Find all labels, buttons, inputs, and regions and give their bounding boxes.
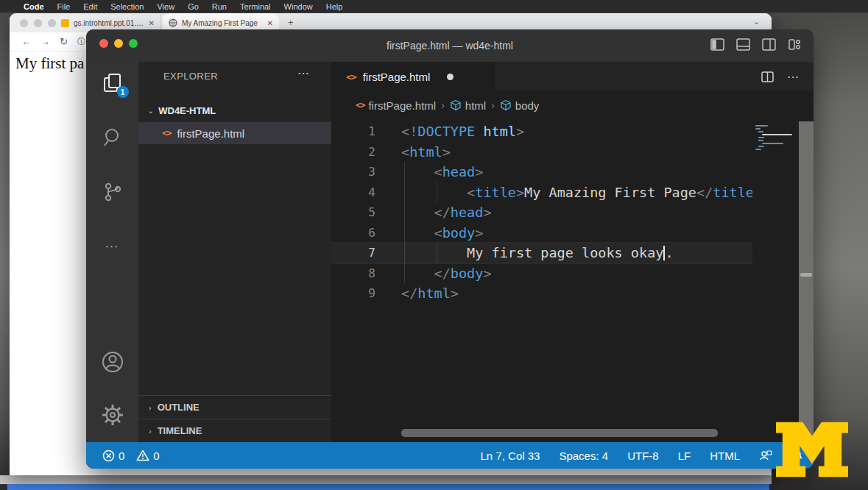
info-icon[interactable]: ⓘ — [77, 36, 85, 47]
outline-section[interactable]: › OUTLINE — [138, 395, 331, 419]
minimap-line — [755, 149, 761, 150]
toggle-primary-sidebar-icon[interactable] — [710, 38, 724, 51]
browser-traffic-lights[interactable] — [20, 19, 56, 27]
outline-label: OUTLINE — [158, 402, 200, 413]
html-file-icon: <> — [356, 100, 364, 110]
forward-icon[interactable]: → — [40, 36, 50, 47]
menu-item-code[interactable]: Code — [24, 2, 44, 11]
line-number: 1 — [331, 121, 375, 142]
menu-item-edit[interactable]: Edit — [83, 2, 97, 11]
menu-item-go[interactable]: Go — [188, 2, 199, 11]
explorer-badge: 1 — [117, 86, 129, 98]
vertical-scrollbar[interactable] — [799, 121, 814, 442]
indentation[interactable]: Spaces: 4 — [559, 450, 608, 462]
workspace-folder-row[interactable]: ⌄ WD4E-HTML — [138, 100, 331, 121]
minimap-line — [755, 128, 761, 129]
code-line-6: 6 <body> — [331, 223, 752, 244]
chevron-right-icon: › — [149, 403, 152, 412]
language-mode[interactable]: HTML — [710, 450, 740, 462]
menu-item-window[interactable]: Window — [284, 2, 313, 11]
modified-dot-icon[interactable] — [447, 74, 454, 80]
html-file-icon: <> — [162, 128, 171, 138]
search-icon[interactable] — [102, 127, 124, 149]
customize-layout-icon[interactable] — [788, 38, 802, 51]
breadcrumb-item-html[interactable]: html — [450, 99, 486, 112]
activity-bar: 1 ⋯ — [86, 62, 138, 442]
editor-tab-firstpage[interactable]: <> firstPage.html — [331, 62, 495, 91]
scrollbar-thumb[interactable] — [800, 273, 812, 277]
slides-favicon-icon — [61, 19, 69, 27]
line-content: </body> — [401, 263, 492, 284]
line-content: <head> — [401, 162, 483, 182]
horizontal-scrollbar[interactable] — [401, 429, 718, 437]
menu-item-file[interactable]: File — [57, 2, 71, 11]
window-title: firstPage.html — wd4e-html — [86, 29, 814, 62]
block-m-icon — [776, 422, 848, 477]
reload-icon[interactable]: ↻ — [60, 36, 68, 47]
error-count: 0 — [119, 450, 124, 462]
warning-icon — [136, 450, 149, 461]
browser-tab-title: My Amazing First Page — [182, 19, 263, 27]
explorer-header: EXPLORER — [163, 71, 218, 82]
menu-item-help[interactable]: Help — [326, 2, 343, 11]
toggle-panel-icon[interactable] — [736, 38, 750, 51]
menu-item-terminal[interactable]: Terminal — [240, 2, 271, 11]
line-content: <html> — [401, 142, 451, 163]
browser-tab-title: gs.introhtml.ppt.01.05b - Goo — [74, 19, 144, 27]
source-control-icon[interactable] — [102, 181, 124, 203]
accounts-icon[interactable] — [101, 350, 124, 374]
menu-items: CodeFileEditSelectionViewGoRunTerminalWi… — [24, 2, 342, 11]
minimap-line — [758, 140, 763, 141]
tab-overflow-chevron-icon[interactable]: ⌄ — [753, 17, 760, 26]
line-number: 8 — [331, 263, 375, 284]
line-number: 6 — [331, 223, 375, 244]
minimap-line — [755, 125, 768, 127]
code-line-1: 1<!DOCTYPE html> — [331, 121, 752, 142]
breadcrumb-item-body[interactable]: body — [500, 99, 540, 112]
code-editor[interactable]: 1<!DOCTYPE html>2<html>3 <head>4 <title>… — [331, 119, 752, 442]
chevron-down-icon: ⌄ — [147, 106, 154, 116]
new-tab-button[interactable]: + — [288, 17, 294, 28]
warning-count: 0 — [153, 450, 159, 462]
menu-item-run[interactable]: Run — [212, 2, 227, 11]
problems-errors[interactable]: 0 — [102, 450, 124, 462]
code-line-5: 5 </head> — [331, 202, 752, 223]
symbol-cube-icon — [500, 99, 512, 111]
timeline-section[interactable]: › TIMELINE — [138, 419, 331, 442]
editor-more-actions-icon[interactable]: ⋯ — [787, 70, 800, 84]
desktop-blue-band — [7, 484, 769, 490]
browser-close-button[interactable] — [20, 19, 28, 27]
line-content: <body> — [401, 223, 483, 244]
editor-tab-label: firstPage.html — [363, 71, 431, 83]
tab-close-icon[interactable]: ✕ — [149, 19, 155, 27]
tab-close-icon[interactable]: ✕ — [267, 19, 273, 27]
additional-views-icon[interactable]: ⋯ — [105, 238, 120, 255]
toggle-secondary-sidebar-icon[interactable] — [762, 38, 776, 51]
vscode-title-bar[interactable]: firstPage.html — wd4e-html — [86, 29, 814, 62]
split-editor-icon[interactable] — [761, 71, 774, 82]
explorer-more-actions-icon[interactable]: ⋯ — [297, 66, 311, 80]
cursor-position[interactable]: Ln 7, Col 33 — [481, 450, 540, 462]
breadcrumb-item-firstpage-html[interactable]: <>firstPage.html — [356, 99, 436, 112]
problems-warnings[interactable]: 0 — [136, 450, 159, 462]
browser-minimize-button[interactable] — [34, 19, 42, 27]
symbol-cube-icon — [450, 99, 462, 111]
line-number: 7 — [331, 243, 375, 263]
settings-gear-icon[interactable] — [101, 403, 124, 427]
code-line-7: 7 My first page looks okay. — [331, 243, 752, 263]
michigan-m-logo — [776, 422, 848, 480]
page-body-text: My first pa — [15, 54, 84, 73]
chevron-right-icon: › — [149, 427, 152, 436]
feedback-person-icon[interactable] — [759, 450, 772, 461]
line-number: 2 — [331, 142, 375, 163]
menu-item-view[interactable]: View — [157, 2, 174, 11]
error-icon — [102, 450, 115, 462]
minimap[interactable] — [752, 119, 799, 442]
explorer-activity-icon[interactable]: 1 — [102, 72, 124, 94]
encoding[interactable]: UTF-8 — [627, 450, 659, 462]
globe-favicon-icon — [169, 18, 177, 27]
file-item-firstpage[interactable]: <> firstPage.html — [138, 122, 331, 144]
eol-sequence[interactable]: LF — [678, 450, 691, 462]
back-icon[interactable]: ← — [21, 36, 31, 47]
menu-item-selection[interactable]: Selection — [110, 2, 144, 11]
